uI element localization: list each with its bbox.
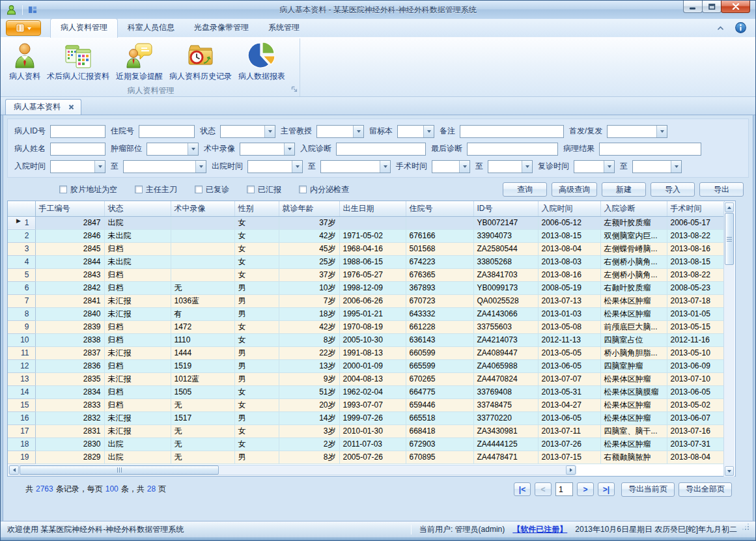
cell-status[interactable]: 未汇报 xyxy=(104,424,171,437)
cell-video[interactable] xyxy=(171,255,234,268)
advanced-query-button[interactable]: 高级查询 xyxy=(552,182,597,197)
cell-manual-no[interactable]: 2832 xyxy=(35,411,104,424)
cell-video[interactable] xyxy=(171,268,234,281)
cell-admit-date[interactable]: 2012-11-13 xyxy=(538,333,600,346)
table-row[interactable]: 7 2841 未汇报 1036蓝 男 7岁 2006-06-26 670723 … xyxy=(8,294,724,307)
export-all-pages-button[interactable]: 导出全部页 xyxy=(679,482,732,497)
admission-diag-input-text[interactable] xyxy=(337,143,425,155)
cell-gender[interactable]: 女 xyxy=(234,333,279,346)
tab-patient-basic-info[interactable]: 病人基本资料 xyxy=(5,99,81,115)
dialog-launcher-icon[interactable] xyxy=(291,85,298,94)
cell-status[interactable]: 未汇报 xyxy=(104,307,171,320)
cell-age[interactable]: 9岁 xyxy=(279,372,339,385)
column-header[interactable]: 手术时间 xyxy=(667,201,724,216)
cell-inpatient-no[interactable]: 367893 xyxy=(406,281,473,294)
admission-time-from-text[interactable] xyxy=(51,161,94,173)
horizontal-scrollbar[interactable] xyxy=(8,465,576,475)
cell-inpatient-no[interactable]: 670895 xyxy=(406,451,473,464)
resize-grip-icon[interactable] xyxy=(748,529,749,530)
cell-admit-date[interactable]: 2013-08-15 xyxy=(538,229,600,242)
cell-id-no[interactable]: ZA2580544 xyxy=(473,242,538,255)
cell-admit-date[interactable]: 2013-05-31 xyxy=(538,385,600,398)
row-indicator[interactable]: 9 xyxy=(8,320,35,333)
software-registered-link[interactable]: 【软件已注册】 xyxy=(512,524,567,535)
ribbon-tab-patient-management[interactable]: 病人资料管理 xyxy=(50,18,118,38)
row-indicator[interactable]: 7 xyxy=(8,294,35,307)
row-indicator[interactable]: 14 xyxy=(8,385,35,398)
cell-age[interactable]: 42岁 xyxy=(279,320,339,333)
cell-age[interactable]: 37岁 xyxy=(279,216,339,229)
cell-birth-date[interactable] xyxy=(339,216,406,229)
cell-manual-no[interactable]: 2829 xyxy=(35,451,104,464)
followup-time-from-text[interactable] xyxy=(574,161,604,173)
cell-inpatient-no[interactable]: 643332 xyxy=(406,307,473,320)
cell-id-no[interactable]: ZA3430981 xyxy=(473,424,538,437)
followup-time-to-picker[interactable] xyxy=(632,160,682,173)
cell-inpatient-no[interactable]: 665599 xyxy=(406,359,473,372)
cell-age[interactable]: 3岁 xyxy=(279,424,339,437)
cell-birth-date[interactable]: 1998-12-09 xyxy=(339,281,406,294)
cell-surgery-date[interactable]: 2013-01-05 xyxy=(667,307,724,320)
cell-inpatient-no[interactable]: 672903 xyxy=(406,437,473,451)
vertical-scroll-thumb[interactable] xyxy=(725,213,734,265)
postop-report-button[interactable]: 术后病人汇报资料 xyxy=(44,40,113,83)
cell-surgery-date[interactable]: 2013-08-04 xyxy=(667,451,724,464)
chevron-down-icon[interactable] xyxy=(459,161,469,173)
cell-manual-no[interactable]: 2835 xyxy=(35,372,104,385)
table-row[interactable]: ▶1 2847 出院 女 37岁 YB0072147 2006-05-12 左额… xyxy=(8,216,724,229)
inpatient-no-input-text[interactable] xyxy=(139,126,194,137)
cell-id-no[interactable]: ZA4470824 xyxy=(473,372,538,385)
row-indicator[interactable]: 8 xyxy=(8,307,35,320)
cell-gender[interactable]: 女 xyxy=(234,242,279,255)
table-row[interactable]: 17 2831 未汇报 无 女 3岁 2010-01-30 668418 ZA3… xyxy=(8,424,724,437)
cell-age[interactable]: 42岁 xyxy=(279,229,339,242)
cell-age[interactable]: 37岁 xyxy=(279,268,339,281)
cell-video[interactable]: 无 xyxy=(171,437,234,451)
collapse-ribbon-chevron-icon[interactable] xyxy=(716,25,725,31)
cell-gender[interactable]: 女 xyxy=(234,385,279,398)
cell-id-no[interactable]: ZA4065988 xyxy=(473,359,538,372)
cell-id-no[interactable]: 33904073 xyxy=(473,229,538,242)
cell-manual-no[interactable]: 2838 xyxy=(35,333,104,346)
cell-gender[interactable]: 男 xyxy=(234,451,279,464)
cell-inpatient-no[interactable]: 636143 xyxy=(406,333,473,346)
cell-surgery-date[interactable]: 2013-08-22 xyxy=(667,268,724,281)
cell-gender[interactable]: 女 xyxy=(234,255,279,268)
cell-inpatient-no[interactable]: 668418 xyxy=(406,424,473,437)
cell-manual-no[interactable]: 2839 xyxy=(35,320,104,333)
cell-manual-no[interactable]: 2834 xyxy=(35,385,104,398)
cell-manual-no[interactable]: 2844 xyxy=(35,255,104,268)
cell-diagnosis[interactable]: 双侧脑室内巨... xyxy=(600,229,667,242)
ribbon-tab-system[interactable]: 系统管理 xyxy=(259,19,309,37)
cell-birth-date[interactable]: 1962-02-04 xyxy=(339,385,406,398)
discharge-time-from-text[interactable] xyxy=(248,161,292,173)
remark-input-text[interactable] xyxy=(460,126,563,137)
cell-age[interactable]: 18岁 xyxy=(279,307,339,320)
cell-video[interactable]: 1444 xyxy=(171,346,234,359)
chevron-down-icon[interactable] xyxy=(353,126,363,137)
cell-status[interactable]: 未汇报 xyxy=(104,346,171,359)
cell-video[interactable]: 无 xyxy=(171,281,234,294)
tumor-site-select[interactable] xyxy=(147,143,199,156)
cell-birth-date[interactable]: 2000-01-09 xyxy=(339,359,406,372)
cell-surgery-date[interactable]: 2013-05-15 xyxy=(667,320,724,333)
ribbon-tab-disc-video[interactable]: 光盘录像带管理 xyxy=(184,19,259,37)
cell-manual-no[interactable]: 2847 xyxy=(35,216,104,229)
cell-diagnosis[interactable]: 左侧桥小脑角... xyxy=(600,268,667,281)
column-header[interactable]: 入院诊断 xyxy=(600,201,667,216)
professor-select[interactable] xyxy=(316,125,364,138)
cell-gender[interactable]: 女 xyxy=(234,268,279,281)
inpatient-no-input[interactable] xyxy=(139,125,195,138)
row-indicator[interactable]: 4 xyxy=(8,255,35,268)
cell-video[interactable]: 无 xyxy=(171,451,234,464)
tab-close-icon[interactable] xyxy=(68,104,74,110)
minimize-button[interactable] xyxy=(683,1,703,13)
cell-gender[interactable]: 男 xyxy=(234,294,279,307)
cell-video[interactable]: 有 xyxy=(171,307,234,320)
column-header[interactable]: 入院时间 xyxy=(538,201,600,216)
cell-inpatient-no[interactable]: 676365 xyxy=(406,268,473,281)
cell-age[interactable]: 2岁 xyxy=(279,437,339,451)
cell-manual-no[interactable]: 2846 xyxy=(35,229,104,242)
cell-admit-date[interactable]: 2013-05-08 xyxy=(538,320,600,333)
cell-surgery-date[interactable]: 2013-06-07 xyxy=(667,411,724,424)
